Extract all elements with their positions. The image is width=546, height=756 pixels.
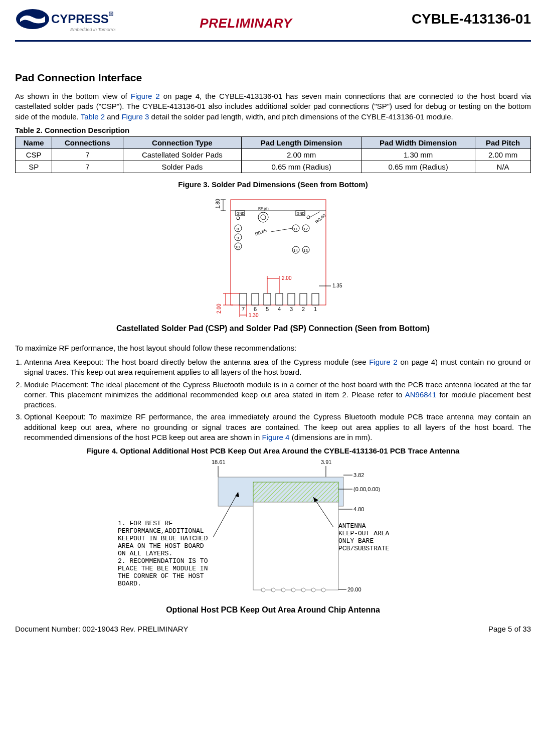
- svg-point-11: [237, 217, 240, 220]
- figure4-link[interactable]: Figure 4: [262, 433, 289, 441]
- svg-point-84: [321, 588, 325, 592]
- svg-text:1.80: 1.80: [215, 199, 221, 209]
- figure4-note-left: 1. FOR BEST RF PERFORMANCE,ADDITIONAL KE…: [118, 520, 218, 587]
- svg-text:1.30: 1.30: [249, 313, 259, 318]
- svg-text:R0.40: R0.40: [314, 213, 326, 224]
- svg-rect-38: [264, 293, 271, 305]
- svg-text:11: 11: [293, 227, 298, 231]
- svg-point-17: [307, 216, 310, 219]
- figure4-subcaption: Optional Host PCB Keep Out Area Around C…: [15, 606, 531, 615]
- csp-pads: [240, 293, 319, 305]
- part-number: CYBLE-413136-01: [412, 11, 531, 27]
- page-footer: Document Number: 002-19043 Rev. PRELIMIN…: [15, 625, 531, 633]
- logo-block: CYPRESS R Embedded in Tomorrow™: [15, 8, 115, 38]
- svg-text:2: 2: [302, 306, 305, 312]
- svg-line-35: [310, 212, 320, 217]
- svg-text:3.82: 3.82: [353, 472, 364, 478]
- svg-text:9: 9: [237, 236, 239, 240]
- svg-point-83: [311, 588, 315, 592]
- svg-text:10: 10: [235, 245, 240, 249]
- svg-point-79: [271, 588, 275, 592]
- figure4-note-right: ANTENNA KEEP-OUT AREA ONLY BARE PCB/SUBS…: [338, 522, 429, 552]
- logo-main: CYPRESS: [51, 12, 109, 26]
- svg-text:GND: GND: [297, 212, 305, 215]
- figure3-link[interactable]: Figure 3: [121, 112, 149, 121]
- page-header: CYPRESS R Embedded in Tomorrow™ PRELIMIN…: [15, 8, 531, 38]
- intro-text: and: [105, 112, 121, 121]
- svg-text:(0.00,0.00): (0.00,0.00): [353, 486, 380, 492]
- figure4: 18.61 3.91 3.82 (0.00,0.00) 4.80: [15, 457, 531, 602]
- svg-text:4.80: 4.80: [353, 506, 364, 512]
- intro-text: detail the solder pad length, width, and…: [149, 112, 453, 121]
- svg-text:7: 7: [242, 306, 245, 312]
- an96841-link[interactable]: AN96841: [405, 390, 437, 399]
- doc-number: Document Number: 002-19043 Rev. PRELIMIN…: [15, 625, 188, 633]
- svg-rect-40: [288, 293, 295, 305]
- figure3: 1.80 GND RF pin GND 8 9 10 11 12 14 13 R…: [15, 191, 531, 321]
- svg-text:2.00: 2.00: [216, 304, 222, 314]
- section-title: Pad Connection Interface: [15, 72, 531, 84]
- connection-table: Name Connections Connection Type Pad Len…: [15, 136, 531, 173]
- svg-text:2.00: 2.00: [282, 275, 292, 281]
- page-number: Page 5 of 33: [488, 625, 531, 633]
- svg-text:R: R: [110, 13, 112, 16]
- table2-caption: Table 2. Connection Description: [15, 126, 531, 134]
- th-width: Pad Width Dimension: [361, 136, 475, 148]
- recommendations-list: Antenna Area Keepout: The host board dir…: [15, 357, 531, 442]
- table-row: CSP 7 Castellated Solder Pads 2.00 mm 1.…: [16, 148, 531, 161]
- list-item: Optional Keepout: To maximize RF perform…: [24, 412, 531, 442]
- svg-text:14: 14: [293, 248, 298, 253]
- svg-text:18.61: 18.61: [212, 459, 226, 465]
- th-length: Pad Length Dimension: [242, 136, 361, 148]
- svg-text:R0.65: R0.65: [254, 228, 267, 237]
- svg-text:20.00: 20.00: [347, 586, 361, 592]
- intro-text: As shown in the bottom view of: [15, 92, 131, 100]
- svg-point-14: [261, 215, 266, 220]
- th-connections: Connections: [52, 136, 123, 148]
- logo-tagline: Embedded in Tomorrow™: [70, 27, 115, 32]
- svg-text:RF pin: RF pin: [258, 207, 269, 211]
- svg-point-13: [258, 212, 268, 222]
- svg-text:GND: GND: [237, 212, 245, 215]
- svg-rect-39: [276, 293, 283, 305]
- table2-link[interactable]: Table 2: [81, 112, 105, 121]
- svg-text:6: 6: [254, 306, 257, 312]
- svg-rect-42: [312, 293, 319, 305]
- svg-point-78: [261, 588, 265, 592]
- svg-text:8: 8: [237, 227, 239, 231]
- svg-text:12: 12: [303, 227, 308, 231]
- svg-rect-37: [252, 293, 259, 305]
- list-item: Antenna Area Keepout: The host board dir…: [24, 357, 531, 378]
- figure2-link[interactable]: Figure 2: [369, 358, 398, 366]
- svg-text:4: 4: [278, 306, 281, 312]
- svg-point-80: [281, 588, 285, 592]
- th-pitch: Pad Pitch: [475, 136, 531, 148]
- svg-text:3: 3: [290, 306, 293, 312]
- th-name: Name: [16, 136, 52, 148]
- cypress-logo-icon: CYPRESS R Embedded in Tomorrow™: [15, 8, 115, 38]
- recommendations-intro: To maximize RF performance, the host lay…: [15, 343, 531, 353]
- table-header-row: Name Connections Connection Type Pad Len…: [16, 136, 531, 148]
- figure2-link[interactable]: Figure 2: [131, 92, 160, 100]
- svg-text:13: 13: [303, 248, 308, 253]
- th-type: Connection Type: [123, 136, 242, 148]
- svg-point-82: [301, 588, 305, 592]
- svg-text:3.91: 3.91: [321, 459, 331, 465]
- svg-text:1: 1: [314, 306, 317, 312]
- figure3-caption: Figure 3. Solder Pad Dimensions (Seen fr…: [15, 180, 531, 189]
- svg-line-33: [271, 228, 292, 232]
- table-row: SP 7 Solder Pads 0.65 mm (Radius) 0.65 m…: [16, 161, 531, 173]
- list-item: Module Placement: The ideal placement of…: [24, 380, 531, 410]
- svg-text:1.35: 1.35: [332, 283, 342, 288]
- svg-rect-41: [300, 293, 307, 305]
- svg-rect-36: [240, 293, 247, 305]
- figure3-subcaption: Castellated Solder Pad (CSP) and Solder …: [15, 324, 531, 333]
- preliminary-label: PRELIMINARY: [200, 16, 292, 31]
- header-rule: [15, 40, 531, 42]
- intro-paragraph: As shown in the bottom view of Figure 2 …: [15, 91, 531, 122]
- svg-rect-72: [253, 482, 338, 502]
- svg-text:5: 5: [266, 306, 269, 312]
- svg-point-81: [291, 588, 295, 592]
- figure4-caption: Figure 4. Optional Additional Host PCB K…: [15, 446, 531, 455]
